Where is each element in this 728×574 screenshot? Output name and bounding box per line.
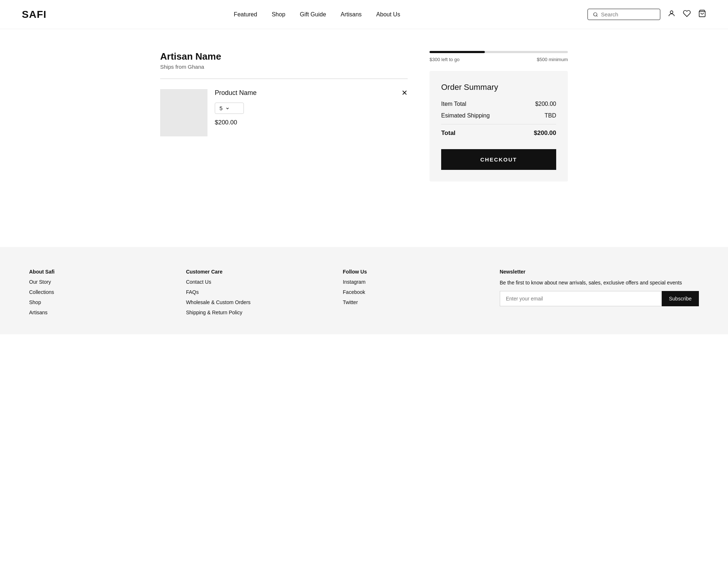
item-total-value: $200.00: [535, 101, 556, 107]
footer-our-story[interactable]: Our Story: [29, 279, 171, 285]
account-icon: [668, 9, 676, 17]
footer-newsletter: Newsletter Be the first to know about ne…: [500, 269, 699, 320]
nav-gift-guide[interactable]: Gift Guide: [300, 11, 326, 18]
artisan-name: Artisan Name: [160, 51, 408, 62]
footer: About Safi Our Story Collections Shop Ar…: [0, 247, 728, 334]
cart-left: Artisan Name Ships from Ghana Product Na…: [160, 51, 408, 182]
cart-icon: [698, 9, 706, 17]
item-header: Product Name ✕: [215, 89, 408, 103]
footer-shipping-policy[interactable]: Shipping & Return Policy: [186, 310, 328, 315]
newsletter-subscribe-button[interactable]: Subscribe: [662, 291, 699, 306]
footer-follow-us-title: Follow Us: [343, 269, 485, 275]
footer-artisans[interactable]: Artisans: [29, 310, 171, 315]
cart-right: $300 left to go $500 minimum Order Summa…: [430, 51, 568, 182]
footer-customer-care: Customer Care Contact Us FAQs Wholesale …: [186, 269, 328, 320]
footer-shop[interactable]: Shop: [29, 299, 171, 305]
search-input[interactable]: [601, 11, 655, 17]
heart-icon: [683, 9, 691, 17]
summary-divider: [441, 124, 556, 124]
cart-item: Product Name ✕ 5 $200.00: [160, 89, 408, 136]
nav-artisans[interactable]: Artisans: [341, 11, 362, 18]
item-total-row: Item Total $200.00: [441, 101, 556, 107]
nav-shop[interactable]: Shop: [272, 11, 285, 18]
cart-button[interactable]: [698, 9, 706, 19]
total-row: Total $200.00: [441, 129, 556, 137]
footer-follow-us: Follow Us Instagram Facebook Twitter: [343, 269, 485, 320]
footer-about: About Safi Our Story Collections Shop Ar…: [29, 269, 171, 320]
cart-layout: Artisan Name Ships from Ghana Product Na…: [160, 51, 568, 182]
newsletter-description: Be the first to know about new arrivals,…: [500, 279, 699, 287]
footer-instagram[interactable]: Instagram: [343, 279, 485, 285]
item-image: [160, 89, 207, 136]
chevron-down-icon: [225, 106, 230, 111]
footer-customer-care-title: Customer Care: [186, 269, 328, 275]
svg-point-2: [670, 11, 673, 13]
checkout-button[interactable]: CHECKOUT: [441, 149, 556, 170]
ships-from: Ships from Ghana: [160, 64, 408, 70]
item-total-label: Item Total: [441, 101, 466, 107]
item-details: Product Name ✕ 5 $200.00: [215, 89, 408, 126]
svg-point-0: [594, 12, 597, 16]
item-name: Product Name: [215, 89, 257, 97]
total-label: Total: [441, 129, 455, 137]
footer-contact-us[interactable]: Contact Us: [186, 279, 328, 285]
item-price: $200.00: [215, 119, 408, 126]
svg-line-1: [597, 15, 598, 16]
shipping-label: Esimated Shipping: [441, 112, 490, 119]
footer-grid: About Safi Our Story Collections Shop Ar…: [29, 269, 699, 320]
footer-twitter[interactable]: Twitter: [343, 299, 485, 305]
search-icon: [593, 12, 598, 17]
header: SAFI Featured Shop Gift Guide Artisans A…: [0, 0, 728, 29]
remove-item-button[interactable]: ✕: [401, 89, 408, 96]
main-content: Artisan Name Ships from Ghana Product Na…: [146, 29, 582, 203]
cart-divider: [160, 79, 408, 79]
progress-left: $300 left to go: [430, 57, 459, 62]
progress-bar-bg: [430, 51, 568, 53]
total-value: $200.00: [534, 129, 556, 137]
nav-featured[interactable]: Featured: [234, 11, 257, 18]
search-box[interactable]: [587, 9, 660, 20]
wishlist-button[interactable]: [683, 9, 691, 19]
summary-title: Order Summary: [441, 83, 556, 92]
footer-wholesale[interactable]: Wholesale & Custom Orders: [186, 299, 328, 305]
main-nav: Featured Shop Gift Guide Artisans About …: [234, 11, 400, 18]
progress-labels: $300 left to go $500 minimum: [430, 57, 568, 62]
progress-section: $300 left to go $500 minimum: [430, 51, 568, 62]
progress-minimum: $500 minimum: [537, 57, 568, 62]
progress-bar-fill: [430, 51, 485, 53]
quantity-value: 5: [219, 105, 222, 111]
quantity-selector[interactable]: 5: [215, 103, 244, 114]
shipping-row: Esimated Shipping TBD: [441, 112, 556, 119]
nav-about-us[interactable]: About Us: [376, 11, 400, 18]
footer-collections[interactable]: Collections: [29, 289, 171, 295]
newsletter-email-input[interactable]: [500, 291, 662, 306]
header-right: [587, 9, 706, 20]
newsletter-form: Subscribe: [500, 291, 699, 306]
footer-facebook[interactable]: Facebook: [343, 289, 485, 295]
order-summary: Order Summary Item Total $200.00 Esimate…: [430, 71, 568, 182]
shipping-value: TBD: [545, 112, 556, 119]
footer-newsletter-title: Newsletter: [500, 269, 699, 275]
account-button[interactable]: [668, 9, 676, 19]
footer-faqs[interactable]: FAQs: [186, 289, 328, 295]
footer-about-title: About Safi: [29, 269, 171, 275]
logo[interactable]: SAFI: [22, 9, 47, 20]
